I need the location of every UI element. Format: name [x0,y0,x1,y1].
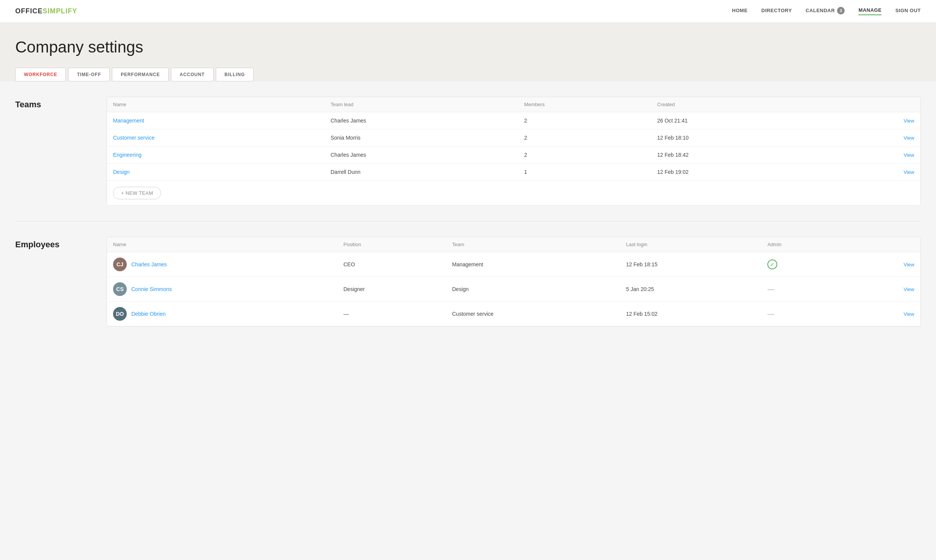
position-cell: Designer [337,277,446,302]
new-team-wrap: + NEW TEAM [107,180,920,205]
team-view-link[interactable]: View [904,169,914,175]
admin-dash: — [767,285,774,293]
nav-calendar[interactable]: CALENDAR 3 [805,7,845,16]
team-members-cell: 1 [518,164,651,181]
team-name-link[interactable]: Management [113,118,144,124]
tabs-bar: WORKFORCE TIME-OFF PERFORMANCE ACCOUNT B… [15,68,921,81]
team-created-cell: 12 Feb 19:02 [651,164,828,181]
col-emp-name: Name [107,237,337,252]
employee-view-link[interactable]: View [904,311,914,317]
team-row: Management Charles James 2 26 Oct 21:41 … [107,112,920,129]
col-admin: Admin [761,237,846,252]
logo: OFFICESIMPLIFY [15,7,77,15]
team-cell: Design [446,277,620,302]
team-view-link[interactable]: View [904,118,914,124]
admin-check-icon: ✓ [767,259,777,269]
nav-links: HOME DIRECTORY CALENDAR 3 MANAGE SIGN OU… [732,7,921,16]
avatar: CS [113,282,127,296]
admin-cell: — [761,277,846,302]
admin-dash: — [767,310,774,318]
team-lead-cell: Charles James [324,112,518,129]
teams-table: Name Team lead Members Created Managemen… [107,97,920,180]
col-team-lead: Team lead [324,97,518,112]
tab-account[interactable]: ACCOUNT [171,68,214,81]
avatar: DO [113,307,127,321]
teams-table-container: Name Team lead Members Created Managemen… [107,97,921,206]
employee-row: CJ Charles James CEO Management 12 Feb 1… [107,252,920,277]
admin-cell: — [761,302,846,326]
employee-name-cell: CJ Charles James [113,258,331,271]
team-members-cell: 2 [518,129,651,146]
logo-office: OFFICE [15,7,43,15]
employee-name-link[interactable]: Debbie Obrien [131,311,166,317]
nav-manage[interactable]: MANAGE [858,7,882,15]
teams-section: Teams Name Team lead Members Created Man… [15,97,921,206]
position-cell: CEO [337,252,446,277]
col-team: Team [446,237,620,252]
team-created-cell: 12 Feb 18:42 [651,146,828,164]
team-members-cell: 2 [518,112,651,129]
team-row: Customer service Sonia Morris 2 12 Feb 1… [107,129,920,146]
employee-name-cell: DO Debbie Obrien [113,307,331,321]
page-header: Company settings WORKFORCE TIME-OFF PERF… [0,23,936,81]
employees-heading: Employees [15,240,91,250]
col-team-name: Name [107,97,324,112]
team-created-cell: 26 Oct 21:41 [651,112,828,129]
col-position: Position [337,237,446,252]
col-action-emp [847,237,920,252]
nav-home[interactable]: HOME [732,8,748,15]
team-name-link[interactable]: Engineering [113,152,142,158]
main-content: Teams Name Team lead Members Created Man… [0,81,936,357]
navbar: OFFICESIMPLIFY HOME DIRECTORY CALENDAR 3… [0,0,936,23]
nav-signout[interactable]: SIGN OUT [895,8,921,15]
admin-cell: ✓ [761,252,846,277]
team-view-link[interactable]: View [904,152,914,158]
tab-timeoff[interactable]: TIME-OFF [68,68,110,81]
team-cell: Management [446,252,620,277]
team-lead-cell: Sonia Morris [324,129,518,146]
last-login-cell: 12 Feb 15:02 [620,302,761,326]
employee-row: CS Connie Simmons Designer Design 5 Jan … [107,277,920,302]
team-lead-cell: Darrell Dunn [324,164,518,181]
employee-view-link[interactable]: View [904,262,914,267]
nav-directory[interactable]: DIRECTORY [761,8,792,15]
employees-section: Employees Name Position Team Last login … [15,237,921,326]
page-title: Company settings [15,38,921,56]
col-action-team [828,97,920,112]
avatar: CJ [113,258,127,271]
last-login-cell: 12 Feb 18:15 [620,252,761,277]
team-members-cell: 2 [518,146,651,164]
last-login-cell: 5 Jan 20:25 [620,277,761,302]
tab-billing[interactable]: BILLING [216,68,254,81]
nav-calendar-label: CALENDAR [805,8,835,13]
team-cell: Customer service [446,302,620,326]
team-name-link[interactable]: Customer service [113,135,155,141]
new-team-button[interactable]: + NEW TEAM [113,187,161,199]
col-members: Members [518,97,651,112]
employees-table: Name Position Team Last login Admin CJ C… [107,237,920,326]
team-created-cell: 12 Feb 18:10 [651,129,828,146]
team-row: Design Darrell Dunn 1 12 Feb 19:02 View [107,164,920,181]
employee-name-cell: CS Connie Simmons [113,282,331,296]
employee-name-link[interactable]: Connie Simmons [131,286,172,292]
team-row: Engineering Charles James 2 12 Feb 18:42… [107,146,920,164]
employee-view-link[interactable]: View [904,286,914,292]
col-last-login: Last login [620,237,761,252]
team-view-link[interactable]: View [904,135,914,141]
tab-performance[interactable]: PERFORMANCE [112,68,169,81]
employees-table-container: Name Position Team Last login Admin CJ C… [107,237,921,326]
employee-name-link[interactable]: Charles James [131,261,167,267]
employee-row: DO Debbie Obrien — Customer service 12 F… [107,302,920,326]
tab-workforce[interactable]: WORKFORCE [15,68,66,81]
employees-label: Employees [15,237,91,326]
section-divider [15,221,921,221]
teams-label: Teams [15,97,91,206]
team-name-link[interactable]: Design [113,169,130,175]
col-created: Created [651,97,828,112]
logo-simplify: SIMPLIFY [43,7,77,15]
teams-heading: Teams [15,100,91,110]
position-cell: — [337,302,446,326]
team-lead-cell: Charles James [324,146,518,164]
calendar-badge: 3 [837,7,845,14]
